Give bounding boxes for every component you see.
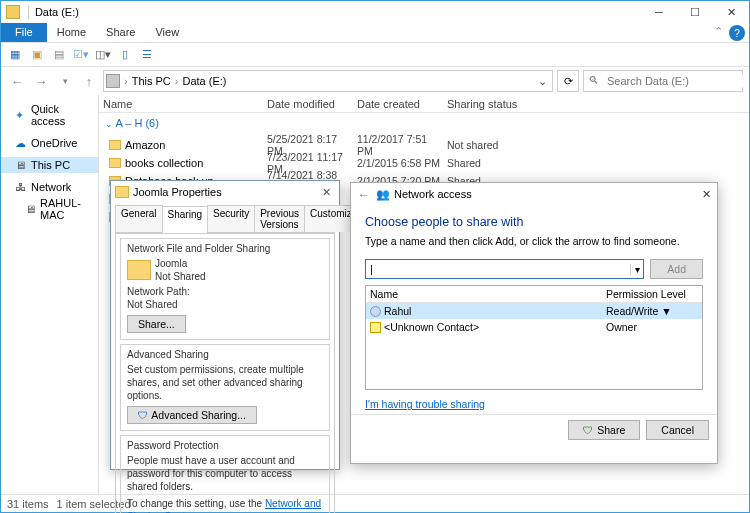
network-path-value: Not Shared (127, 298, 323, 311)
tab-sharing[interactable]: Sharing (162, 206, 208, 233)
properties-titlebar: Joomla Properties ✕ (111, 181, 339, 203)
col-status[interactable]: Sharing status (443, 98, 543, 110)
folder-icon (115, 186, 129, 198)
breadcrumb-drive[interactable]: Data (E:) (180, 75, 228, 87)
nav-pane: ✦Quick access ☁OneDrive 🖥This PC 🖧Networ… (1, 95, 99, 494)
sidebar-item-rahul-mac[interactable]: 🖥RAHUL-MAC (1, 195, 98, 223)
tab-previous-versions[interactable]: Previous Versions (254, 205, 305, 232)
col-permission[interactable]: Permission Level (602, 288, 702, 300)
sidebar-item-this-pc[interactable]: 🖥This PC (1, 157, 98, 173)
password-text: People must have a user account and pass… (127, 454, 323, 493)
ribbon-file[interactable]: File (1, 23, 47, 42)
search-icon: 🔍︎ (588, 74, 599, 88)
qb-properties-icon[interactable]: ▦ (5, 45, 25, 65)
qb-details-icon[interactable]: ▯ (115, 45, 135, 65)
name-input-wrapper[interactable]: ▾ (365, 259, 644, 279)
up-button[interactable]: ↑ (79, 71, 99, 91)
breadcrumb-dropdown-icon[interactable]: ⌄ (534, 75, 550, 88)
permission-row[interactable]: <Unknown Contact>Owner (366, 319, 702, 335)
breadcrumb-thispc[interactable]: This PC (130, 75, 173, 87)
titlebar: │ Data (E:) ─ ☐ ✕ (1, 1, 749, 23)
qb-new-icon[interactable]: ▤ (49, 45, 69, 65)
folder-icon (127, 260, 151, 280)
date-created: 2/1/2015 6:58 PM (353, 157, 443, 169)
share-button[interactable]: Share... (127, 315, 186, 333)
sidebar-item-network[interactable]: 🖧Network (1, 179, 98, 195)
sidebar-label: Network (31, 181, 71, 193)
ribbon-chevron-icon[interactable]: ⌃ (708, 23, 729, 42)
perm-name: Rahul (384, 305, 411, 317)
chevron-down-icon: ⌄ (105, 119, 113, 129)
perm-name: <Unknown Contact> (384, 321, 479, 333)
col-modified[interactable]: Date modified (263, 98, 353, 110)
search-input[interactable] (603, 75, 749, 87)
folder-icon (109, 158, 121, 168)
advanced-sharing-text: Set custom permissions, create multiple … (127, 363, 323, 402)
col-created[interactable]: Date created (353, 98, 443, 110)
network-close-button[interactable]: ✕ (702, 188, 711, 201)
chevron-right-icon: › (122, 75, 130, 87)
col-name[interactable]: Name (99, 98, 263, 110)
name-input[interactable] (366, 263, 630, 275)
share-button[interactable]: 🛡Share (568, 420, 640, 440)
properties-tabs: General Sharing Security Previous Versio… (115, 205, 335, 233)
back-button[interactable]: ← (357, 187, 370, 202)
qb-layout-icon[interactable]: ◫▾ (93, 45, 113, 65)
help-icon[interactable]: ? (729, 25, 745, 41)
cancel-button[interactable]: Cancel (646, 420, 709, 440)
permission-table: Name Permission Level RahulRead/Write ▼<… (365, 285, 703, 390)
col-name[interactable]: Name (366, 288, 602, 300)
forward-button[interactable]: → (31, 71, 51, 91)
add-button[interactable]: Add (650, 259, 703, 279)
advanced-sharing-group: Advanced Sharing Set custom permissions,… (120, 344, 330, 431)
advanced-sharing-button[interactable]: 🛡 Advanced Sharing... (127, 406, 257, 424)
share-label: Share (597, 424, 625, 436)
user-icon (370, 306, 381, 317)
maximize-button[interactable]: ☐ (677, 1, 713, 23)
network-access-dialog: ← 👥 Network access ✕ Choose people to sh… (350, 182, 718, 464)
group-header[interactable]: ⌄ A – H (6) (99, 113, 749, 133)
star-icon: ✦ (15, 109, 27, 121)
refresh-button[interactable]: ⟳ (557, 70, 579, 92)
network-icon: 🖧 (15, 181, 27, 193)
qb-list-icon[interactable]: ☰ (137, 45, 157, 65)
back-button[interactable]: ← (7, 71, 27, 91)
qb-open-icon[interactable]: ▣ (27, 45, 47, 65)
breadcrumb[interactable]: › This PC › Data (E:) ⌄ (103, 70, 553, 92)
sidebar-label: Quick access (31, 103, 96, 127)
sidebar-item-onedrive[interactable]: ☁OneDrive (1, 135, 98, 151)
warning-icon (370, 322, 381, 333)
column-headers[interactable]: Name Date modified Date created Sharing … (99, 95, 749, 113)
name-dropdown-icon[interactable]: ▾ (630, 264, 643, 275)
network-file-sharing-group: Network File and Folder Sharing Joomla N… (120, 238, 330, 340)
trouble-link[interactable]: I'm having trouble sharing (365, 398, 485, 410)
sidebar-item-quick-access[interactable]: ✦Quick access (1, 101, 98, 129)
password-protection-group: Password Protection People must have a u… (120, 435, 330, 513)
permission-row[interactable]: RahulRead/Write ▼ (366, 303, 702, 319)
date-created: 11/2/2017 7:51 PM (353, 133, 443, 157)
perm-level[interactable]: Owner (602, 321, 702, 333)
qb-select-icon[interactable]: ☑︎▾ (71, 45, 91, 65)
network-heading: Choose people to share with (365, 215, 703, 229)
recent-dropdown-icon[interactable]: ▾ (55, 71, 75, 91)
file-name: Amazon (125, 139, 165, 151)
group-label: Network File and Folder Sharing (127, 243, 323, 254)
password-link-pre: To change this setting, use the (127, 498, 265, 509)
properties-close-button[interactable]: ✕ (317, 186, 335, 199)
ribbon: File Home Share View ⌃ ? (1, 23, 749, 43)
minimize-button[interactable]: ─ (641, 1, 677, 23)
cloud-icon: ☁ (15, 137, 27, 149)
ribbon-share[interactable]: Share (96, 23, 145, 42)
perm-level[interactable]: Read/Write ▼ (602, 305, 702, 317)
sharing-status: Shared (443, 157, 543, 169)
tab-security[interactable]: Security (207, 205, 255, 232)
drive-icon (6, 5, 20, 19)
tab-general[interactable]: General (115, 205, 163, 232)
group-label: Password Protection (127, 440, 323, 451)
file-row[interactable]: Amazon5/25/2021 8:17 PM11/2/2017 7:51 PM… (99, 133, 749, 151)
ribbon-home[interactable]: Home (47, 23, 96, 42)
ribbon-view[interactable]: View (145, 23, 189, 42)
network-dialog-title: Network access (394, 188, 472, 200)
search-box[interactable]: 🔍︎ (583, 70, 743, 92)
close-button[interactable]: ✕ (713, 1, 749, 23)
